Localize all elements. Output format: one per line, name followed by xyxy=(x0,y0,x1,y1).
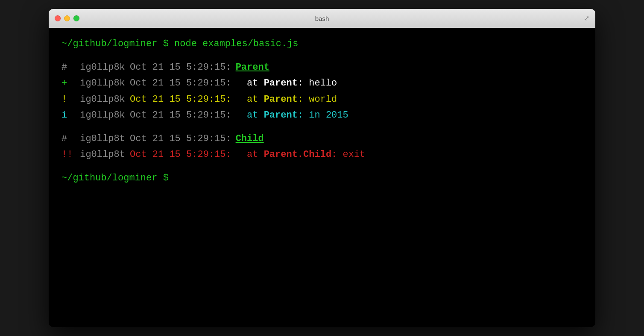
prefix-i-1: i xyxy=(61,108,74,123)
id-5: ig0llp8t xyxy=(74,131,130,146)
log-line-3: ! ig0llp8k Oct 21 15 5:29:15: at Parent:… xyxy=(61,92,583,107)
traffic-lights xyxy=(55,15,79,21)
prefix-dblexcl-1: !! xyxy=(61,147,74,162)
timestamp-3: Oct 21 15 5:29:15: xyxy=(130,92,231,107)
command-line: ~/github/logminer $ node examples/basic.… xyxy=(61,36,583,51)
msg-in2015: at Parent: in 2015 xyxy=(236,108,348,123)
timestamp-4: Oct 21 15 5:29:15: xyxy=(130,108,231,123)
terminal-window: bash ⤢ ~/github/logminer $ node examples… xyxy=(49,9,595,327)
final-prompt: ~/github/logminer $ xyxy=(61,171,583,186)
prefix-hash-2: # xyxy=(61,131,74,146)
id-6: ig0llp8t xyxy=(74,147,130,162)
label-parent: Parent xyxy=(236,60,269,75)
prefix-hash-1: # xyxy=(61,60,74,75)
prefix-plus-1: + xyxy=(61,76,74,91)
log-block-parent: # ig0llp8k Oct 21 15 5:29:15: Parent + i… xyxy=(61,60,583,123)
log-line-1: # ig0llp8k Oct 21 15 5:29:15: Parent xyxy=(61,60,583,75)
log-line-4: i ig0llp8k Oct 21 15 5:29:15: at Parent:… xyxy=(61,108,583,123)
msg-exit: at Parent.Child: exit xyxy=(236,147,366,162)
timestamp-2: Oct 21 15 5:29:15: xyxy=(130,76,231,91)
id-4: ig0llp8k xyxy=(74,108,130,123)
terminal-body[interactable]: ~/github/logminer $ node examples/basic.… xyxy=(49,28,595,327)
id-2: ig0llp8k xyxy=(74,76,130,91)
window-title: bash xyxy=(315,15,329,22)
msg-hello: at Parent: hello xyxy=(236,76,337,91)
label-child: Child xyxy=(236,131,264,146)
log-line-5: # ig0llp8t Oct 21 15 5:29:15: Child xyxy=(61,131,583,146)
close-button[interactable] xyxy=(55,15,61,21)
timestamp-1: Oct 21 15 5:29:15: xyxy=(130,60,231,75)
log-line-6: !! ig0llp8t Oct 21 15 5:29:15: at Parent… xyxy=(61,147,583,162)
id-3: ig0llp8k xyxy=(74,92,130,107)
prefix-excl-1: ! xyxy=(61,92,74,107)
minimize-button[interactable] xyxy=(64,15,70,21)
log-block-child: # ig0llp8t Oct 21 15 5:29:15: Child !! i… xyxy=(61,131,583,162)
timestamp-5: Oct 21 15 5:29:15: xyxy=(130,131,231,146)
log-line-2: + ig0llp8k Oct 21 15 5:29:15: at Parent:… xyxy=(61,76,583,91)
id-1: ig0llp8k xyxy=(74,60,130,75)
titlebar: bash ⤢ xyxy=(49,9,595,28)
timestamp-6: Oct 21 15 5:29:15: xyxy=(130,147,231,162)
msg-world: at Parent: world xyxy=(236,92,337,107)
maximize-button[interactable] xyxy=(73,15,79,21)
fullscreen-icon[interactable]: ⤢ xyxy=(584,14,589,23)
